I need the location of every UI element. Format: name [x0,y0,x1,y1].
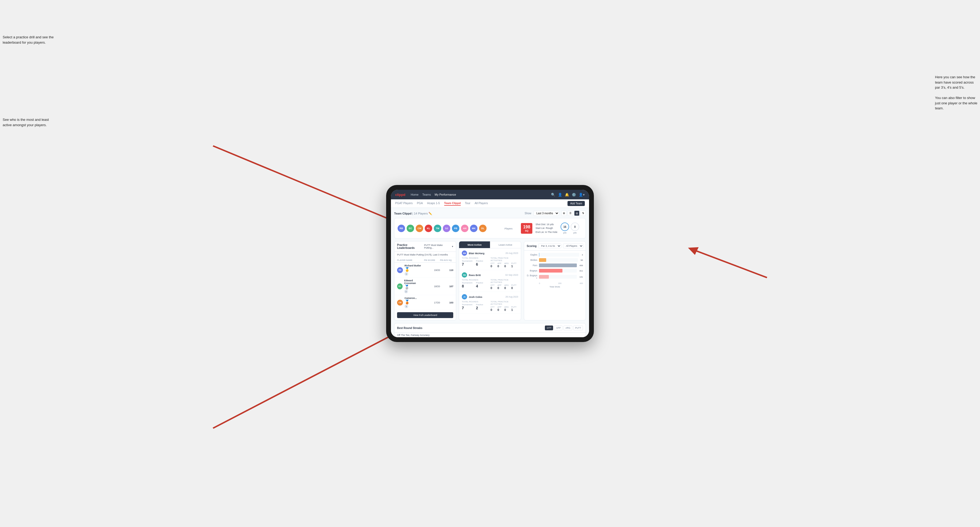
col-player-name: PLAYER NAME [397,259,424,261]
team-controls: Show Last 3 months ⊞ ☰ ▤ ⇅ [525,211,586,216]
streaks-tab-ott[interactable]: OTT [545,325,553,330]
subnav-hcaps[interactable]: Hcaps 1-5 [427,202,440,206]
tournament-label-1: Tournament [462,260,476,262]
dbogeys-bar [539,275,549,279]
shot-circles: 16 yds 0 yds [561,222,579,234]
scoring-card: Scoring Par 3, 4 & 5s All Players Eagles [524,241,586,321]
subnav-pgat[interactable]: PGAT Players [395,202,413,206]
bogeys-bar-container [539,269,577,273]
subnav-pga[interactable]: PGA [417,202,423,206]
bell-icon[interactable]: 🔔 [565,193,569,197]
avatar-1[interactable]: RB [398,225,405,232]
yds1-label: yds [561,232,569,234]
nav-bar: clippd Home Teams My Performance 🔍 👤 🔔 ⚙… [391,190,589,199]
view-full-leaderboard-button[interactable]: View Full Leaderboard [397,312,453,318]
nav-icons: 🔍 👤 🔔 ⚙️ 👤▾ [551,193,585,197]
arg-label-2: ARG [504,284,511,286]
streaks-subtitle: Off The Tee, Fairway Accuracy [395,333,585,337]
end-lie: End Lie: In The Hole [536,230,557,234]
avatar-3[interactable]: CM [416,225,423,232]
tab-most-active[interactable]: Most Active [459,241,490,248]
settings-icon[interactable]: ⚙️ [572,193,576,197]
avatar-7[interactable]: PB [452,225,460,232]
tablet-screen: clippd Home Teams My Performance 🔍 👤 🔔 ⚙… [391,190,589,337]
avatar-6[interactable]: SJ [443,225,450,232]
shot-yds2: 0 [571,222,579,231]
table-row: CM Cameron... 🥉 3 17/20 103 [395,295,456,310]
col-avg-sq: PB AVG SQ [440,259,453,261]
practice-activities-3: Total Practice Activities OTT0 APP0 ARG0… [490,300,518,311]
practice-label-1: Practice [476,260,490,262]
tab-least-active[interactable]: Least Active [490,241,521,248]
table-row: EC Edward Crossman 🥈 2 18/20 107 [395,278,456,295]
view-table-icon[interactable]: ▤ [574,211,579,216]
shot-dist-label: SQ [523,229,530,232]
nav-link-performance[interactable]: My Performance [434,193,456,196]
avatar-4[interactable]: KL [425,225,432,232]
leaderboard-filter[interactable]: PUTT Must Make Putting... ▾ [424,244,453,249]
shot-dist-num: 198 [523,225,530,229]
annotation-right: Here you can see how theteam have scored… [935,75,977,111]
profile-icon[interactable]: 👤▾ [579,193,585,197]
app-val-2: 0 [498,286,504,290]
player-act-header-2: RB Rees Britt 02 Sep 2023 [462,272,518,278]
subnav-team[interactable]: Team Clippd [444,202,461,206]
show-label: Show [525,212,531,215]
row2-score: 18/20 [424,285,440,288]
putt-val-2: 0 [511,286,518,290]
search-icon[interactable]: 🔍 [551,193,555,197]
avatar-8[interactable]: AH [461,225,468,232]
view-grid-icon[interactable]: ⊞ [562,211,567,216]
avatar-10[interactable]: DL [479,225,487,232]
streaks-tab-putt[interactable]: PUTT [573,325,583,330]
streaks-tabs: OTT APP ARG PUTT [545,325,583,330]
player-act-date-1: 26 Aug 2023 [506,252,518,254]
par-filter-select[interactable]: Par 3, 4 & 5s [538,243,562,248]
practice-act-label-2: Total Practice Activities [490,279,518,284]
dbogeys-val: 131 [579,276,583,278]
tournament-val-2: 8 [462,284,476,288]
scoring-header: Scoring Par 3, 4 & 5s All Players [524,241,585,251]
avatar-9[interactable]: MK [470,225,477,232]
x-axis: 0 200 400 [527,281,583,284]
players-filter-select[interactable]: All Players [563,243,584,248]
avatar-5[interactable]: TM [434,225,441,232]
leaderboard-subtitle: PUTT Must Make Putting (3-6 ft), Last 3 … [395,252,456,258]
leaderboard-card: Practice Leaderboards PUTT Must Make Put… [394,241,456,321]
streaks-header: Best Round Streaks OTT APP ARG PUTT [395,323,585,333]
view-filter-icon[interactable]: ⇅ [581,211,586,216]
add-team-button[interactable]: Add Team [568,201,585,206]
row3-medal: 🥉 [404,300,410,304]
nav-link-home[interactable]: Home [410,193,418,196]
nav-link-teams[interactable]: Teams [422,193,431,196]
ott-val-1: 0 [490,265,498,268]
show-select[interactable]: Last 3 months [533,211,559,216]
eagles-bar-container [539,253,579,257]
rounds-grid-2: Total Rounds Tournament 8 Practice 4 [462,279,518,290]
row1-score: 19/20 [424,269,440,271]
user-icon[interactable]: 👤 [558,193,562,197]
shot-info-card: 198 SQ Shot Dist: 16 yds Start Lie: Roug… [518,221,582,236]
player-act-name-1: BM Blair McHarg [462,251,484,256]
activities-grid-3: OTT0 APP0 ARG0 PUTT1 [490,306,518,311]
leaderboard-col-headers: PLAYER NAME PB SCORE PB AVG SQ [395,258,456,263]
subnav-all-players[interactable]: All Players [474,202,488,206]
player-act-name-2: RB Rees Britt [462,272,481,278]
rounds-grid-1: Total Rounds Tournament 7 Practice 6 [462,257,518,268]
row2-avg: 107 [440,285,453,288]
arg-val-1: 0 [504,265,511,268]
view-list-icon[interactable]: ☰ [568,211,573,216]
app-label-3: APP [498,306,504,308]
row2-name: Edward Crossman [404,279,424,284]
putt-label-1: PUTT [511,262,518,265]
subnav-tour[interactable]: Tour [465,202,470,206]
dbogeys-bar-container [539,275,577,279]
svg-line-0 [213,146,394,221]
avatar-2[interactable]: EC [407,225,414,232]
streaks-tab-arg[interactable]: ARG [563,325,572,330]
team-count: | 14 Players ✏️ [412,212,432,215]
ott-val-2: 0 [490,286,498,290]
activity-card: Most Active Least Active BM Blair McHarg… [459,241,521,321]
birdies-bar-container [539,258,578,262]
streaks-tab-app[interactable]: APP [554,325,562,330]
